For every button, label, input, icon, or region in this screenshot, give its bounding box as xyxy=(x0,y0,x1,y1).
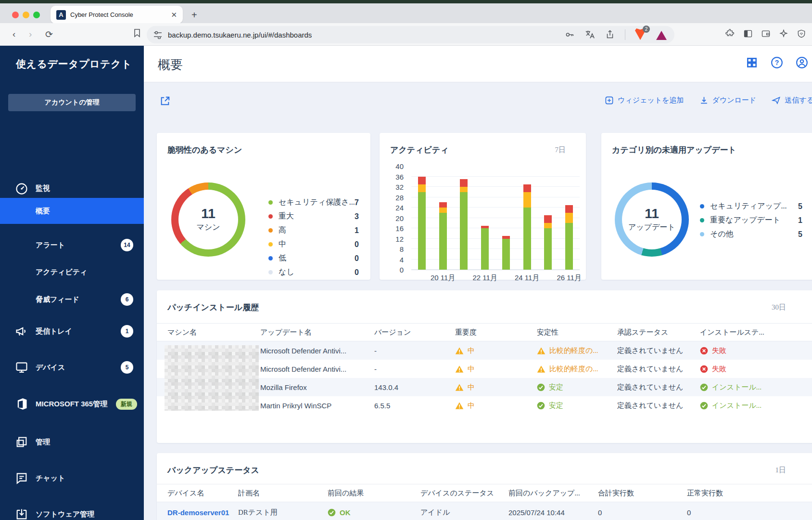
password-key-icon[interactable] xyxy=(564,29,575,40)
wallet-icon[interactable] xyxy=(761,29,771,41)
sidebar-item-3[interactable]: アラート14 xyxy=(0,236,144,254)
extension-icons: ⋮ xyxy=(725,29,807,41)
backup-status-widget[interactable]: バックアップステータス 1日 デバイス名計画名前回の結果デバイスのステータス前回… xyxy=(157,453,812,520)
legend-row: セキュリティアップ...5 xyxy=(700,199,802,213)
sidebar-item-4[interactable]: アクティビティ xyxy=(0,263,144,281)
column-header[interactable]: アップデート名 xyxy=(260,328,374,337)
missing-updates-widget[interactable]: カテゴリ別の未適用アップデート 11 アップデート セキュリティアップ...5重… xyxy=(601,133,812,280)
new-tab-button[interactable]: + xyxy=(191,10,197,20)
y-axis-tick: 8 xyxy=(400,245,404,253)
sidebar-item-1[interactable]: 監視 xyxy=(0,179,144,198)
table-settings-gear-icon[interactable] xyxy=(776,488,812,499)
backup-table-header: デバイス名計画名前回の結果デバイスのステータス前回のバックアップ...合計実行数… xyxy=(157,484,812,502)
open-in-new-icon[interactable] xyxy=(160,96,170,108)
url-bar[interactable]: backup.demo.tsukaeru.ne.jp/ui/#/dashboar… xyxy=(147,26,674,43)
sidebar-item-6[interactable]: 受信トレイ1 xyxy=(0,323,144,340)
legend-dot xyxy=(700,218,704,222)
tab-close-icon[interactable]: ✕ xyxy=(171,11,177,19)
patch-history-widget[interactable]: パッチインストール履歴 30日 マシン名アップデート名バージョン重要度安定性承認… xyxy=(157,290,812,443)
column-header[interactable]: デバイスのステータス xyxy=(420,489,508,498)
back-icon[interactable]: ‹ xyxy=(13,29,15,39)
m365-icon xyxy=(14,397,29,411)
help-icon[interactable]: ? xyxy=(771,56,783,69)
vulnerable-machines-widget[interactable]: 脆弱性のあるマシン 11 マシン セキュリティ保護さ...7重大3高1中0低0な… xyxy=(157,133,370,280)
column-header[interactable]: 合計実行数 xyxy=(598,489,687,498)
window-close-button[interactable] xyxy=(12,12,19,18)
plus-square-icon xyxy=(605,96,614,105)
browser-toolbar: ‹ › ⟳ backup.demo.tsukaeru.ne.jp/ui/#/da… xyxy=(0,23,812,46)
column-header[interactable]: 正常実行数 xyxy=(687,489,776,498)
site-settings-icon[interactable] xyxy=(153,30,162,39)
legend-row: 重要なアップデート1 xyxy=(700,213,802,227)
sidebar-item-label: デバイス xyxy=(36,363,115,372)
forward-icon[interactable]: › xyxy=(29,29,32,39)
brave-shield-icon[interactable]: 2 xyxy=(635,28,647,41)
device-name-link[interactable]: DR-demoserver01 xyxy=(157,508,238,517)
column-header[interactable]: 承認ステータス xyxy=(617,328,700,337)
column-header[interactable]: バージョン xyxy=(374,328,455,337)
column-header[interactable]: デバイス名 xyxy=(157,489,238,498)
leo-ai-icon[interactable] xyxy=(779,29,788,41)
account-user-icon[interactable] xyxy=(796,56,808,69)
stability-cell: 比較的軽度の... xyxy=(537,346,617,355)
brand-title: 使えるデータプロテクト xyxy=(16,57,132,71)
tab-title: Cyber Protect Console xyxy=(70,11,167,18)
table-settings-gear-icon[interactable] xyxy=(789,327,812,338)
translate-icon[interactable] xyxy=(584,29,595,40)
browser-titlebar: A Cyber Protect Console ✕ + xyxy=(0,3,812,23)
sidebar-item-label: MICROSOFT 365管理 xyxy=(36,399,115,409)
severity-cell: 中 xyxy=(455,401,537,410)
apps-grid-icon[interactable] xyxy=(746,56,758,69)
download-button[interactable]: ダウンロード xyxy=(699,96,757,105)
sidebar-item-2[interactable]: 概要 xyxy=(0,198,144,224)
backup-table-row[interactable]: DR-demoserver01DRテスト用OKアイドル2025/07/24 10… xyxy=(157,502,812,520)
y-axis-tick: 28 xyxy=(395,194,404,202)
legend-label: 高 xyxy=(279,225,286,235)
browser-tab[interactable]: A Cyber Protect Console ✕ xyxy=(51,6,183,24)
legend-label: その他 xyxy=(710,229,734,239)
legend-row: 高1 xyxy=(268,223,359,237)
update-name-cell: Microsoft Defender Antivi... xyxy=(260,347,374,355)
sidebar-item-7[interactable]: デバイス5 xyxy=(0,359,144,376)
column-header[interactable]: 前回の結果 xyxy=(328,489,420,498)
sidebar-item-8[interactable]: MICROSOFT 365管理新規 xyxy=(0,390,144,418)
activity-bar xyxy=(460,179,468,270)
add-widget-button[interactable]: ウィジェットを追加 xyxy=(605,96,684,105)
reload-icon[interactable]: ⟳ xyxy=(45,29,53,40)
legend-value: 1 xyxy=(355,226,359,235)
version-cell: - xyxy=(374,365,455,373)
sidebar-item-10[interactable]: チャット xyxy=(0,469,144,487)
send-button[interactable]: 送信する xyxy=(772,96,812,105)
legend-row: 低0 xyxy=(268,251,359,265)
url-text[interactable]: backup.demo.tsukaeru.ne.jp/ui/#/dashboar… xyxy=(168,31,564,39)
y-axis-tick: 12 xyxy=(395,235,404,243)
sidebar-item-9[interactable]: 管理 xyxy=(0,433,144,451)
extensions-puzzle-icon[interactable] xyxy=(725,29,735,41)
update-name-cell: Martin Prikryl WinSCP xyxy=(260,402,374,410)
y-axis-tick: 32 xyxy=(395,183,404,191)
legend-label: 重要なアップデート xyxy=(710,215,780,225)
sidebar-panel-icon[interactable] xyxy=(743,29,753,41)
account-management-button[interactable]: アカウントの管理 xyxy=(8,94,136,111)
column-header[interactable]: 重要度 xyxy=(455,328,537,337)
device-status-cell: アイドル xyxy=(420,508,508,517)
activity-bar-chart xyxy=(411,167,580,270)
window-minimize-button[interactable] xyxy=(23,12,29,18)
bat-rewards-icon[interactable] xyxy=(656,30,668,39)
vpn-shield-icon[interactable] xyxy=(797,29,806,41)
sidebar-item-11[interactable]: ソフトウェア管理 xyxy=(0,506,144,520)
column-header[interactable]: 前回のバックアップ... xyxy=(508,489,598,498)
activity-widget[interactable]: アクティビティ 7日 0481216202428323640 20 11月22 … xyxy=(380,133,586,280)
share-icon[interactable] xyxy=(605,29,615,40)
column-header[interactable]: インストールステ... xyxy=(700,328,789,337)
download-icon xyxy=(699,96,709,105)
sidebar-item-5[interactable]: 脅威フィード6 xyxy=(0,291,144,308)
column-header[interactable]: マシン名 xyxy=(157,328,260,337)
x-axis-label: 24 11月 xyxy=(515,273,539,283)
window-zoom-button[interactable] xyxy=(33,12,40,18)
legend-dot xyxy=(700,204,704,208)
bookmark-icon[interactable] xyxy=(133,29,141,39)
column-header[interactable]: 計画名 xyxy=(238,489,328,498)
column-header[interactable]: 安定性 xyxy=(537,328,617,337)
sidebar-item-label: 受信トレイ xyxy=(36,326,115,336)
